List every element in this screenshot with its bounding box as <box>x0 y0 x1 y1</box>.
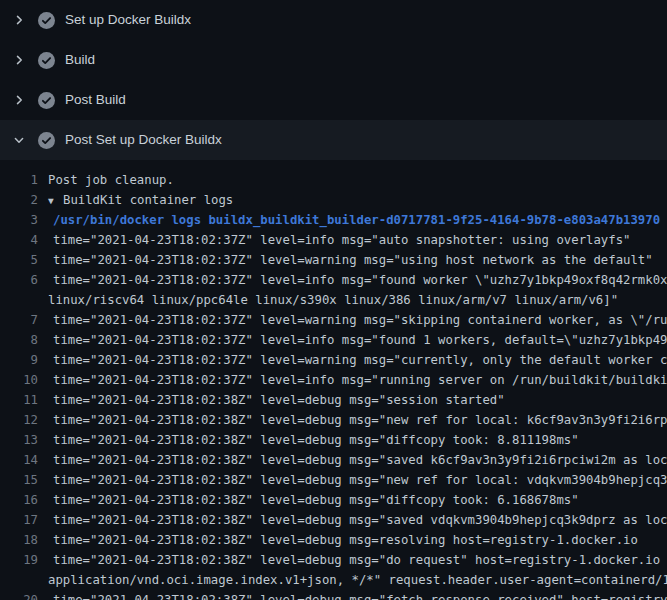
log-line: 12 time="2021-04-23T18:02:38Z" level=deb… <box>0 410 667 430</box>
log-line: 16 time="2021-04-23T18:02:38Z" level=deb… <box>0 490 667 510</box>
log-line-text: time="2021-04-23T18:02:38Z" level=debug … <box>53 470 667 490</box>
log-line: 17 time="2021-04-23T18:02:38Z" level=deb… <box>0 510 667 530</box>
log-line-number[interactable]: 10 <box>0 370 38 390</box>
log-line-number[interactable]: 19 <box>0 550 38 570</box>
log-line-text: linux/riscv64 linux/ppc64le linux/s390x … <box>48 290 618 310</box>
log-line: 11 time="2021-04-23T18:02:38Z" level=deb… <box>0 390 667 410</box>
log-line: 4 time="2021-04-23T18:02:37Z" level=info… <box>0 230 667 250</box>
log-line-number[interactable]: 2 <box>0 190 38 210</box>
steps-list: Set up Docker Buildx Build P <box>0 0 667 160</box>
log-line-text: time="2021-04-23T18:02:37Z" level=info m… <box>53 330 667 350</box>
log-line-text: time="2021-04-23T18:02:37Z" level=warnin… <box>53 350 667 370</box>
check-circle-icon <box>38 52 55 69</box>
log-line: 13 time="2021-04-23T18:02:38Z" level=deb… <box>0 430 667 450</box>
log-line: 1 Post job cleanup. <box>0 170 667 190</box>
actions-log-panel: Set up Docker Buildx Build P <box>0 0 667 600</box>
log-line: linux/riscv64 linux/ppc64le linux/s390x … <box>0 290 667 310</box>
log-line-text: time="2021-04-23T18:02:38Z" level=debug … <box>53 430 579 450</box>
log-line-text: time="2021-04-23T18:02:38Z" level=debug … <box>53 550 667 570</box>
log-line: 18 time="2021-04-23T18:02:38Z" level=deb… <box>0 530 667 550</box>
chevron-icon <box>13 54 25 66</box>
log-line-number[interactable]: 6 <box>0 270 38 290</box>
check-circle-icon <box>38 132 55 149</box>
log-line: 6 time="2021-04-23T18:02:37Z" level=info… <box>0 270 667 290</box>
step-title: Post Set up Docker Buildx <box>65 120 222 160</box>
log-line: application/vnd.oci.image.index.v1+json,… <box>0 570 667 590</box>
log-line: 5 time="2021-04-23T18:02:37Z" level=warn… <box>0 250 667 270</box>
log-line-number[interactable]: 3 <box>0 210 38 230</box>
log-group-collapse-icon[interactable]: ▼ <box>48 191 58 210</box>
log-line-text: time="2021-04-23T18:02:38Z" level=debug … <box>53 390 505 410</box>
log-line-number[interactable]: 16 <box>0 490 38 510</box>
log-line-number[interactable]: 17 <box>0 510 38 530</box>
step-header-4[interactable]: Post Set up Docker Buildx <box>0 120 667 160</box>
log-line-number[interactable]: 5 <box>0 250 38 270</box>
log-line-text: time="2021-04-23T18:02:38Z" level=debug … <box>53 410 667 430</box>
log-line-text: time="2021-04-23T18:02:37Z" level=warnin… <box>53 250 653 270</box>
log-line-number[interactable]: 20 <box>0 590 38 600</box>
check-circle-icon <box>38 12 55 29</box>
log-line: 14 time="2021-04-23T18:02:38Z" level=deb… <box>0 450 667 470</box>
log-line: 20 time="2021-04-23T18:02:38Z" level=deb… <box>0 590 667 600</box>
chevron-icon <box>13 94 25 106</box>
log-line-text: time="2021-04-23T18:02:37Z" level=info m… <box>53 270 667 290</box>
step-title: Build <box>65 40 95 80</box>
log-line-text: /usr/bin/docker logs buildx_buildkit_bui… <box>53 210 660 230</box>
log-line: 8 time="2021-04-23T18:02:37Z" level=info… <box>0 330 667 350</box>
log-line-number[interactable]: 13 <box>0 430 38 450</box>
log-line: 3 /usr/bin/docker logs buildx_buildkit_b… <box>0 210 667 230</box>
log-line-text: time="2021-04-23T18:02:38Z" level=debug … <box>53 530 638 550</box>
log-container: 1 Post job cleanup. 2 ▼BuildKit containe… <box>0 160 667 600</box>
log-line-text: time="2021-04-23T18:02:37Z" level=info m… <box>53 230 630 250</box>
log-line-number[interactable]: 11 <box>0 390 38 410</box>
log-line-text: time="2021-04-23T18:02:38Z" level=debug … <box>53 450 667 470</box>
log-line-number[interactable]: 14 <box>0 450 38 470</box>
log-line-text: ▼BuildKit container logs <box>48 190 233 210</box>
log-line-text: time="2021-04-23T18:02:37Z" level=warnin… <box>53 310 667 330</box>
log-line-number[interactable] <box>0 290 38 310</box>
chevron-icon <box>13 134 25 146</box>
step-title: Post Build <box>65 80 126 120</box>
log-line: 10 time="2021-04-23T18:02:37Z" level=inf… <box>0 370 667 390</box>
log-line-text: time="2021-04-23T18:02:38Z" level=debug … <box>53 590 667 600</box>
log-line-text: time="2021-04-23T18:02:38Z" level=debug … <box>53 490 579 510</box>
log-line-number[interactable]: 7 <box>0 310 38 330</box>
log-line-number[interactable]: 9 <box>0 350 38 370</box>
step-header-2[interactable]: Build <box>0 40 667 80</box>
chevron-icon <box>13 14 25 26</box>
step-header-3[interactable]: Post Build <box>0 80 667 120</box>
log-line: 15 time="2021-04-23T18:02:38Z" level=deb… <box>0 470 667 490</box>
check-circle-icon <box>38 92 55 109</box>
log-line-text: Post job cleanup. <box>48 170 174 190</box>
log-line-number[interactable]: 4 <box>0 230 38 250</box>
log-line-number[interactable]: 12 <box>0 410 38 430</box>
log-line-number[interactable] <box>0 570 38 590</box>
log-line-text: application/vnd.oci.image.index.v1+json,… <box>48 570 667 590</box>
log-line-number[interactable]: 18 <box>0 530 38 550</box>
log-line-number[interactable]: 8 <box>0 330 38 350</box>
log-line: 19 time="2021-04-23T18:02:38Z" level=deb… <box>0 550 667 570</box>
log-line-number[interactable]: 15 <box>0 470 38 490</box>
log-line-number[interactable]: 1 <box>0 170 38 190</box>
log-group-header[interactable]: 2 ▼BuildKit container logs <box>0 190 667 210</box>
step-title: Set up Docker Buildx <box>65 0 191 40</box>
log-line-text: time="2021-04-23T18:02:38Z" level=debug … <box>53 510 667 530</box>
step-header-1[interactable]: Set up Docker Buildx <box>0 0 667 40</box>
log-line: 9 time="2021-04-23T18:02:37Z" level=warn… <box>0 350 667 370</box>
log-line-text: time="2021-04-23T18:02:37Z" level=info m… <box>53 370 667 390</box>
log-line: 7 time="2021-04-23T18:02:37Z" level=warn… <box>0 310 667 330</box>
